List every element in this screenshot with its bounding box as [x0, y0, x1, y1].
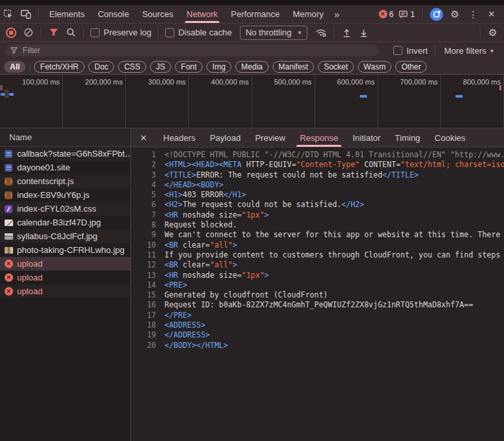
throttling-select[interactable]: No throttling ▾ [240, 26, 307, 40]
line-number: 14 [131, 280, 165, 290]
request-name: syllabus-C8JclFcf.jpg [17, 231, 98, 241]
record-icon [6, 28, 16, 38]
chip-img[interactable]: Img [206, 61, 231, 73]
request-name: callback?state=G6hS8xFPbt… [17, 149, 130, 159]
timeline-label: 100,000 ms [0, 75, 63, 128]
disable-cache-toggle[interactable]: Disable cache [163, 28, 235, 37]
clear-network-log-button[interactable] [20, 25, 37, 41]
code-line: 11If you provide content to customers th… [131, 250, 504, 260]
record-network-log-button[interactable] [3, 25, 20, 41]
network-filter-input[interactable] [22, 45, 374, 56]
detail-tab-response[interactable]: Response [299, 128, 339, 147]
request-row[interactable]: syllabus-C8JclFcf.jpg [0, 229, 130, 243]
chip-css[interactable]: CSS [118, 61, 146, 73]
tab-performance[interactable]: Performance [224, 5, 286, 23]
detail-tabbar: ✕ HeadersPayloadPreviewResponseInitiator… [131, 128, 504, 147]
chip-fetch-xhr[interactable]: Fetch/XHR [34, 61, 85, 73]
tab-network[interactable]: Network [180, 5, 225, 23]
gear-icon: ⚙ [488, 28, 497, 37]
more-panels-button[interactable]: » [330, 9, 343, 20]
chip-doc[interactable]: Doc [88, 61, 114, 73]
detail-tab-payload[interactable]: Payload [209, 128, 241, 147]
requests-list-pane: Name callback?state=G6hS8xFPbt…dayone01.… [0, 128, 131, 441]
chip-other[interactable]: Other [395, 61, 427, 73]
search-button[interactable] [62, 25, 79, 41]
tab-sources[interactable]: Sources [136, 5, 180, 23]
issue-count: 1 [410, 10, 415, 19]
invert-filter-toggle[interactable]: Invert [391, 46, 431, 56]
chevron-down-icon: ▾ [298, 29, 301, 36]
extension-button[interactable] [428, 7, 445, 22]
line-number: 6 [131, 200, 165, 210]
request-row[interactable]: photo-taking-CFRHLwho.jpg [0, 243, 130, 257]
divider [334, 28, 334, 38]
chip-font[interactable]: Font [175, 61, 203, 73]
issues-badge[interactable]: 1 [397, 10, 417, 19]
code-line: 13<HR noshade size="1px"> [131, 271, 504, 280]
network-overview-timeline[interactable]: 100,000 ms200,000 ms300,000 ms400,000 ms… [0, 75, 504, 128]
tab-elements[interactable]: Elements [43, 5, 91, 23]
code-line: 7<HR noshade size="1px"> [131, 210, 504, 220]
inspect-element-button[interactable] [0, 7, 17, 22]
detail-tab-cookies[interactable]: Cookies [434, 128, 466, 147]
code-line: 5<H1>403 ERROR</H1> [131, 190, 504, 200]
tab-console[interactable]: Console [91, 5, 136, 23]
request-row[interactable]: ✕upload [0, 257, 130, 271]
divider [435, 45, 435, 56]
timeline-left-handle[interactable] [0, 85, 3, 90]
chip-socket[interactable]: Socket [318, 61, 354, 73]
invert-checkbox[interactable] [393, 46, 402, 55]
clear-icon [24, 28, 33, 37]
upload-arrow-icon [341, 28, 352, 38]
response-body-viewer[interactable]: 1<!DOCTYPE HTML PUBLIC "-//W3C//DTD HTML… [131, 147, 504, 441]
chip-wasm[interactable]: Wasm [358, 61, 392, 73]
resource-type-filter-row: AllFetch/XHRDocCSSJSFontImgMediaManifest… [0, 59, 504, 75]
preserve-log-toggle[interactable]: Preserve log [88, 28, 154, 37]
customize-devtools-button[interactable]: ⋮ [465, 7, 482, 22]
network-settings-button[interactable]: ⚙ [484, 25, 501, 41]
line-number: 9 [131, 230, 165, 240]
issues-message-icon [398, 10, 408, 19]
request-row[interactable]: index-cFYL02sM.css [0, 202, 130, 216]
name-column-header[interactable]: Name [0, 128, 130, 147]
code-line: 9We can't connect to the server for this… [131, 230, 504, 240]
device-toolbar-button[interactable] [17, 7, 34, 22]
detail-tab-initiator[interactable]: Initiator [352, 128, 381, 147]
close-detail-button[interactable]: ✕ [136, 130, 151, 145]
disable-cache-checkbox[interactable] [165, 28, 174, 37]
detail-tab-preview[interactable]: Preview [254, 128, 286, 147]
request-row[interactable]: ✕upload [0, 284, 130, 298]
tab-memory[interactable]: Memory [286, 5, 330, 23]
request-row[interactable]: ( )index-E8V9uY6p.js [0, 188, 130, 202]
settings-button[interactable]: ⚙ [446, 7, 463, 22]
timeline-request-mark [9, 93, 14, 96]
detail-tab-timing[interactable]: Timing [395, 128, 421, 147]
request-row[interactable]: callback?state=G6hS8xFPbt… [0, 147, 130, 161]
line-number: 8 [131, 220, 165, 230]
error-badge[interactable]: ✕ 6 [377, 10, 396, 19]
request-row[interactable]: calendar-B3izf47D.jpg [0, 216, 130, 229]
import-har-button[interactable] [338, 25, 355, 41]
timeline-request-mark [456, 95, 463, 98]
request-row[interactable]: ( )contentscript.js [0, 174, 130, 188]
network-conditions-button[interactable] [313, 25, 330, 41]
request-row[interactable]: ✕upload [0, 271, 130, 284]
chip-all[interactable]: All [4, 61, 26, 73]
request-name: contentscript.js [17, 176, 74, 186]
code-line: 12<BR clear="all"> [131, 260, 504, 270]
panel-tabs: ElementsConsoleSourcesNetworkPerformance… [43, 5, 330, 23]
request-name: calendar-B3izf47D.jpg [17, 218, 101, 227]
chip-media[interactable]: Media [235, 61, 269, 73]
filter-toggle-button[interactable] [45, 25, 62, 41]
more-filters-button[interactable]: More filters ▾ [439, 46, 499, 56]
code-line: 14<PRE> [131, 280, 504, 290]
chip-js[interactable]: JS [150, 61, 171, 73]
request-row[interactable]: dayone01.site [0, 161, 130, 174]
filter-input-wrap[interactable] [5, 45, 379, 56]
preserve-log-checkbox[interactable] [90, 28, 100, 37]
export-har-button[interactable] [355, 25, 372, 41]
chip-manifest[interactable]: Manifest [273, 61, 314, 73]
code-line: 15Generated by cloudfront (CloudFront) [131, 290, 504, 300]
detail-tab-headers[interactable]: Headers [163, 128, 196, 147]
close-devtools-button[interactable]: ✕ [483, 7, 500, 22]
